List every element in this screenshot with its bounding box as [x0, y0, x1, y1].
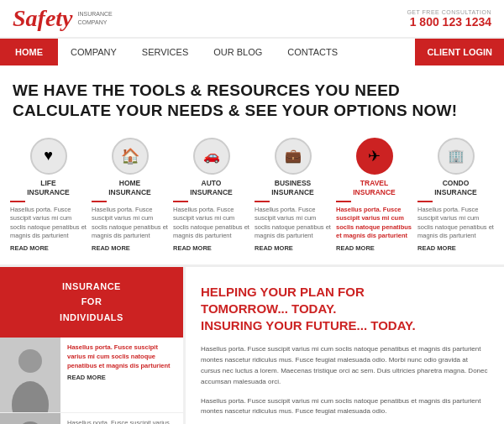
right-panel: HELPING YOUR PLAN FOR TOMORROW... TODAY.…: [183, 267, 504, 424]
header: Safety INSURANCE COMPANY GET FREE CONSUL…: [0, 0, 504, 38]
person-row-2: Hasellus porta. Fusce suscipit varius mi…: [0, 413, 183, 424]
left-panel: INSURANCEFORINDIVIDUALS Hasellus porta. …: [0, 267, 183, 424]
cards-section: ♥ LIFEINSURANCE Hasellus porta. Fusce su…: [0, 129, 504, 267]
life-read-more[interactable]: READ MORE: [10, 244, 87, 252]
card-travel: ✈ TRAVELINSURANCE Hasellus porta. Fusce …: [336, 138, 412, 252]
contact-area: GET FREE CONSULTATION 1 800 123 1234: [407, 9, 491, 29]
travel-icon: ✈: [356, 138, 393, 175]
auto-read-more[interactable]: READ MORE: [173, 244, 249, 252]
condo-icon: 🏢: [438, 138, 475, 175]
right-desc-1: Hasellus porta. Fusce suscipit varius mi…: [201, 344, 489, 387]
card-life: ♥ LIFEINSURANCE Hasellus porta. Fusce su…: [10, 138, 87, 252]
auto-icon: 🚗: [193, 138, 230, 175]
nav-home[interactable]: HOME: [0, 39, 58, 65]
business-read-more[interactable]: READ MORE: [255, 244, 331, 252]
home-icon: 🏠: [112, 138, 149, 175]
insurance-badge: INSURANCEFORINDIVIDUALS: [0, 267, 183, 338]
condo-title: CONDOINSURANCE: [417, 179, 494, 197]
home-desc: Hasellus porta. Fusce suscipit varius mi…: [92, 206, 168, 241]
auto-desc: Hasellus porta. Fusce suscipit varius mi…: [173, 206, 249, 241]
card-home: 🏠 HOMEINSURANCE Hasellus porta. Fusce su…: [92, 138, 168, 252]
life-title: LIFEINSURANCE: [10, 179, 87, 197]
nav-links: COMPANY SERVICES OUR BLOG CONTACTS: [58, 39, 415, 65]
auto-title: AUTOINSURANCE: [173, 179, 249, 197]
phone-number: 1 800 123 1234: [407, 15, 491, 29]
business-icon: 💼: [275, 138, 312, 175]
card-business: 💼 BUSINESSINSURANCE Hasellus porta. Fusc…: [255, 138, 331, 252]
bottom-section: INSURANCEFORINDIVIDUALS Hasellus porta. …: [0, 267, 504, 424]
card-condo: 🏢 CONDOINSURANCE Hasellus porta. Fusce s…: [417, 138, 494, 252]
life-icon: ♥: [30, 138, 67, 175]
condo-read-more[interactable]: READ MORE: [417, 244, 494, 252]
nav-link-blog[interactable]: OUR BLOG: [201, 39, 275, 65]
svg-point-1: [18, 349, 42, 373]
card-auto: 🚗 AUTOINSURANCE Hasellus porta. Fusce su…: [173, 138, 249, 252]
logo-area: Safety INSURANCE COMPANY: [13, 7, 113, 30]
travel-desc: Hasellus porta. Fusce suscipit varius mi…: [336, 206, 412, 241]
hero-title: WE HAVE THE TOOLS & RESOURCES YOU NEED C…: [13, 81, 491, 121]
travel-title: TRAVELINSURANCE: [336, 179, 412, 197]
home-title: HOMEINSURANCE: [92, 179, 168, 197]
person-image-2: [0, 413, 60, 424]
right-title: HELPING YOUR PLAN FOR TOMORROW... TODAY.…: [201, 284, 489, 335]
person-info-1: Hasellus porta. Fusce suscipit varius mi…: [60, 338, 183, 412]
business-title: BUSINESSINSURANCE: [255, 179, 331, 197]
logo-text: Safety: [13, 7, 73, 30]
consultation-label: GET FREE CONSULTATION: [407, 9, 491, 15]
person-desc-1: Hasellus porta. Fusce suscipit varius mi…: [67, 343, 176, 371]
person-read-more-1[interactable]: READ MORE: [67, 374, 176, 381]
business-desc: Hasellus porta. Fusce suscipit varius mi…: [255, 206, 331, 241]
navigation: HOME COMPANY SERVICES OUR BLOG CONTACTS …: [0, 38, 504, 65]
nav-link-company[interactable]: COMPANY: [58, 39, 129, 65]
nav-link-services[interactable]: SERVICES: [129, 39, 201, 65]
travel-read-more[interactable]: READ MORE: [336, 244, 412, 252]
right-desc-2: Hasellus porta. Fusce suscipit varius mi…: [201, 396, 489, 418]
person-desc-2: Hasellus porta. Fusce suscipit varius mi…: [67, 418, 176, 424]
hero-section: WE HAVE THE TOOLS & RESOURCES YOU NEED C…: [0, 65, 504, 129]
life-desc: Hasellus porta. Fusce suscipit varius mi…: [10, 206, 87, 241]
person-row-1: Hasellus porta. Fusce suscipit varius mi…: [0, 338, 183, 413]
nav-link-contacts[interactable]: CONTACTS: [275, 39, 350, 65]
person-info-2: Hasellus porta. Fusce suscipit varius mi…: [60, 413, 183, 424]
home-read-more[interactable]: READ MORE: [92, 244, 168, 252]
condo-desc: Hasellus porta. Fusce suscipit varius mi…: [417, 206, 494, 241]
client-login-button[interactable]: CLIENT LOGIN: [415, 39, 504, 65]
person-image-1: [0, 338, 60, 413]
logo-subtitle: INSURANCE COMPANY: [78, 10, 113, 27]
